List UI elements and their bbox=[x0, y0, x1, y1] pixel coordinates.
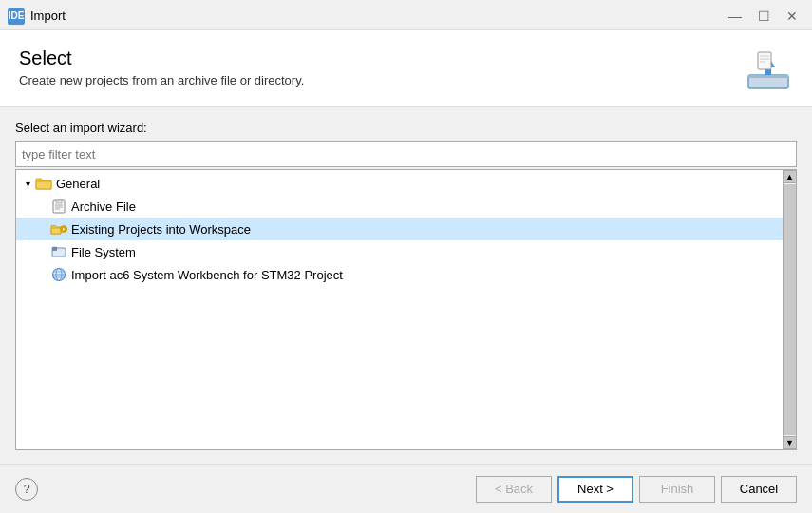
header-section: Select Create new projects from an archi… bbox=[0, 30, 812, 107]
filesystem-icon bbox=[50, 243, 67, 260]
cancel-button[interactable]: Cancel bbox=[721, 476, 797, 503]
tree-item-import-ac6[interactable]: Import ac6 System Workbench for STM32 Pr… bbox=[16, 263, 783, 286]
maximize-button[interactable]: ☐ bbox=[751, 7, 776, 26]
scroll-thumb[interactable] bbox=[784, 184, 796, 435]
close-button[interactable]: ✕ bbox=[780, 7, 804, 26]
tree-item-general[interactable]: ▾ General bbox=[16, 172, 783, 195]
dialog-body: Select Create new projects from an archi… bbox=[0, 30, 812, 464]
tree-item-file-system[interactable]: File System bbox=[16, 240, 783, 263]
page-title: Select bbox=[19, 48, 744, 69]
button-bar: ? < Back Next > Finish Cancel bbox=[0, 464, 812, 513]
svg-rect-2 bbox=[748, 75, 788, 78]
app-icon: IDE bbox=[8, 8, 25, 25]
tree-item-existing-projects[interactable]: Existing Projects into Workspace bbox=[16, 218, 783, 240]
wizard-label: Select an import wizard: bbox=[15, 121, 797, 135]
expand-icon-general: ▾ bbox=[20, 176, 35, 191]
tree-item-label-fs: File System bbox=[71, 245, 136, 259]
back-button[interactable]: < Back bbox=[476, 476, 552, 503]
finish-button[interactable]: Finish bbox=[639, 476, 715, 503]
svg-rect-8 bbox=[56, 200, 62, 203]
globe-icon bbox=[50, 266, 67, 283]
svg-rect-3 bbox=[758, 52, 771, 69]
archive-icon bbox=[50, 198, 67, 215]
window-title: Import bbox=[30, 9, 723, 23]
window-controls: — ☐ ✕ bbox=[723, 7, 804, 26]
next-button[interactable]: Next > bbox=[557, 476, 633, 503]
tree-item-label-existing: Existing Projects into Workspace bbox=[71, 222, 251, 237]
folder-icon bbox=[35, 175, 52, 192]
title-bar: IDE Import — ☐ ✕ bbox=[0, 0, 812, 30]
tree-scrollbar[interactable]: ▲ ▼ bbox=[783, 170, 796, 449]
help-button[interactable]: ? bbox=[15, 478, 38, 501]
tree-item-label-general: General bbox=[56, 177, 100, 191]
main-content: Select an import wizard: ▾ General bbox=[0, 107, 812, 464]
minimize-button[interactable]: — bbox=[723, 7, 747, 26]
tree-item-label-ac6: Import ac6 System Workbench for STM32 Pr… bbox=[71, 268, 343, 282]
scroll-up-button[interactable]: ▲ bbox=[784, 170, 797, 183]
tree-item-archive-file[interactable]: Archive File bbox=[16, 195, 783, 218]
page-subtitle: Create new projects from an archive file… bbox=[19, 73, 744, 87]
header-import-icon bbox=[744, 48, 793, 93]
tree-list[interactable]: ▾ General bbox=[16, 170, 783, 449]
filter-input[interactable] bbox=[15, 141, 797, 167]
workspace-icon bbox=[50, 220, 67, 238]
tree-item-label-archive: Archive File bbox=[71, 200, 136, 214]
scroll-down-button[interactable]: ▼ bbox=[784, 436, 797, 449]
tree-container: ▾ General bbox=[15, 169, 797, 450]
svg-rect-15 bbox=[52, 247, 57, 249]
